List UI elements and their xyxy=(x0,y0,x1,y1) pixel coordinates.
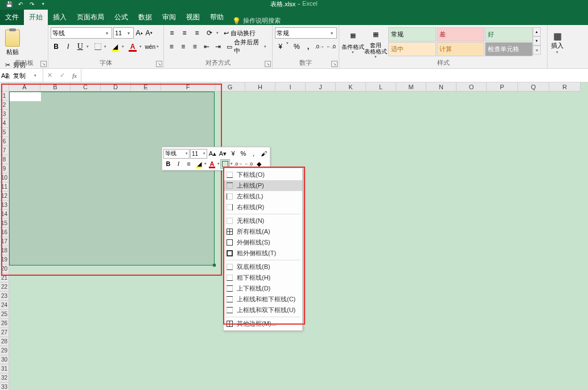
mini-font-color[interactable]: A xyxy=(207,159,217,169)
col-header-G[interactable]: G xyxy=(215,82,245,92)
row-header-20[interactable]: 20 xyxy=(0,264,9,273)
menu-border-none[interactable]: 无框线(N) xyxy=(224,215,302,226)
mini-italic[interactable]: I xyxy=(174,159,183,169)
row-header-16[interactable]: 16 xyxy=(0,228,9,237)
redo-icon[interactable]: ↷ xyxy=(27,0,36,8)
col-header-N[interactable]: N xyxy=(426,82,457,92)
row-header-7[interactable]: 7 xyxy=(0,146,9,155)
font-dialog-launcher[interactable]: ↘ xyxy=(156,61,162,67)
orientation-button[interactable]: ⟳ xyxy=(204,27,215,39)
menu-border-more[interactable]: 其他边框(M)... xyxy=(224,318,302,329)
menu-border-top[interactable]: 上框线(P) xyxy=(224,180,302,191)
mini-align[interactable]: ≡ xyxy=(184,159,194,169)
tab-help[interactable]: 帮助 xyxy=(205,10,229,25)
row-header-14[interactable]: 14 xyxy=(0,210,9,219)
row-header-5[interactable]: 5 xyxy=(0,128,9,137)
mini-font-color-dropdown[interactable]: ▾ xyxy=(217,161,220,166)
cell-style-good[interactable]: 好 xyxy=(485,27,533,42)
cell-style-calc[interactable]: 计算 xyxy=(437,42,484,56)
fill-color-button[interactable]: ◢ xyxy=(110,41,121,52)
font-name-combo[interactable]: 等线▾ xyxy=(51,27,112,39)
mini-percent[interactable]: % xyxy=(239,149,248,159)
mini-accounting[interactable]: ¥ xyxy=(228,149,238,159)
mini-size-combo[interactable]: 11▾ xyxy=(190,149,207,159)
mini-border-button[interactable] xyxy=(220,159,230,169)
border-button[interactable] xyxy=(92,41,103,52)
mini-inc-decimal[interactable]: .0→ xyxy=(233,159,243,169)
align-right-button[interactable]: ≡ xyxy=(190,41,200,52)
cancel-formula-button[interactable]: ✕ xyxy=(43,72,56,79)
tab-file[interactable]: 文件 xyxy=(0,10,24,25)
chevron-down-icon[interactable]: ▾ xyxy=(104,31,110,36)
menu-border-bottom[interactable]: 下框线(O) xyxy=(224,169,302,180)
row-header-18[interactable]: 18 xyxy=(0,246,9,255)
row-header-19[interactable]: 19 xyxy=(0,255,9,264)
decrease-indent-button[interactable]: ⇤ xyxy=(202,41,212,52)
wrap-text-button[interactable]: ↩自动换行 xyxy=(222,27,257,39)
tab-review[interactable]: 审阅 xyxy=(157,10,181,25)
menu-border-thick[interactable]: 粗外侧框线(T) xyxy=(224,248,302,259)
row-header-9[interactable]: 9 xyxy=(0,164,9,173)
col-header-F[interactable]: F xyxy=(161,82,215,92)
number-dialog-launcher[interactable]: ↘ xyxy=(331,61,338,67)
italic-button[interactable]: I xyxy=(63,41,73,52)
alignment-dialog-launcher[interactable]: ↘ xyxy=(265,61,271,67)
underline-button[interactable]: U xyxy=(75,41,85,52)
row-header-6[interactable]: 6 xyxy=(0,137,9,146)
col-header-A[interactable]: A xyxy=(9,82,40,92)
row-header-26[interactable]: 26 xyxy=(0,319,9,328)
tab-data[interactable]: 数据 xyxy=(133,10,157,25)
undo-icon[interactable]: ↶ xyxy=(16,0,25,8)
row-header-8[interactable]: 8 xyxy=(0,155,9,164)
row-header-33[interactable]: 33 xyxy=(0,383,9,390)
tab-formulas[interactable]: 公式 xyxy=(109,10,133,25)
accounting-format-button[interactable]: ¥ xyxy=(275,41,286,52)
col-header-Q[interactable]: Q xyxy=(518,82,549,92)
number-format-combo[interactable]: 常规▾ xyxy=(275,27,337,39)
phonetic-dropdown[interactable]: ▾ xyxy=(157,44,161,49)
chevron-down-icon[interactable]: ▾ xyxy=(328,31,335,36)
row-header-3[interactable]: 3 xyxy=(0,110,9,119)
col-header-M[interactable]: M xyxy=(396,82,426,92)
align-center-button[interactable]: ≡ xyxy=(178,41,189,52)
formula-input[interactable] xyxy=(81,69,588,82)
mini-increase-font[interactable]: A▴ xyxy=(208,149,217,159)
merge-center-button[interactable]: ▭合并后居中▾ xyxy=(225,41,270,52)
tab-home[interactable]: 开始 xyxy=(24,10,48,25)
worksheet-grid[interactable]: 等线▾ 11▾ A▴ A▾ ¥ % , 🖌 B I ≡ ◢ ▾ A ▾ ▾ .0… xyxy=(9,92,588,390)
col-header-C[interactable]: C xyxy=(71,82,101,92)
underline-dropdown[interactable]: ▾ xyxy=(87,44,91,49)
row-header-32[interactable]: 32 xyxy=(0,374,9,383)
style-gallery-up[interactable]: ▴ xyxy=(533,27,541,36)
chevron-down-icon[interactable]: ▾ xyxy=(125,31,132,36)
row-header-17[interactable]: 17 xyxy=(0,237,9,246)
font-color-dropdown[interactable]: ▾ xyxy=(139,44,144,49)
align-middle-button[interactable]: ≡ xyxy=(179,27,190,39)
tab-layout[interactable]: 页面布局 xyxy=(72,10,109,25)
row-header-31[interactable]: 31 xyxy=(0,364,9,374)
mini-format-painter[interactable]: 🖌 xyxy=(259,149,269,159)
increase-decimal-button[interactable]: .0→ xyxy=(314,41,325,52)
menu-border-right[interactable]: 右框线(R) xyxy=(224,202,302,213)
format-as-table-button[interactable]: ▦ 套用 表格格式▾ xyxy=(364,26,387,59)
select-all-corner[interactable] xyxy=(0,82,9,92)
col-header-B[interactable]: B xyxy=(40,82,71,92)
comma-button[interactable]: , xyxy=(303,41,314,52)
mini-decrease-font[interactable]: A▾ xyxy=(218,149,228,159)
row-header-27[interactable]: 27 xyxy=(0,328,9,337)
menu-border-double-bottom[interactable]: 双底框线(B) xyxy=(224,262,302,272)
row-header-10[interactable]: 10 xyxy=(0,173,9,182)
cell-style-neutral[interactable]: 适中 xyxy=(388,42,436,56)
row-header-24[interactable]: 24 xyxy=(0,301,9,310)
menu-border-top-bottom[interactable]: 上下框线(D) xyxy=(224,283,302,294)
col-header-L[interactable]: L xyxy=(366,82,396,92)
col-header-P[interactable]: P xyxy=(487,82,518,92)
mini-font-combo[interactable]: 等线▾ xyxy=(163,149,190,159)
mini-dec-decimal[interactable]: ←.0 xyxy=(244,159,253,169)
col-header-K[interactable]: K xyxy=(336,82,366,92)
conditional-formatting-button[interactable]: ▦ 条件格式▾ xyxy=(342,26,364,59)
mini-bold[interactable]: B xyxy=(163,159,173,169)
cell-style-bad[interactable]: 差 xyxy=(437,27,484,42)
mini-comma[interactable]: , xyxy=(249,149,258,159)
decrease-decimal-button[interactable]: ←.0 xyxy=(326,41,336,52)
